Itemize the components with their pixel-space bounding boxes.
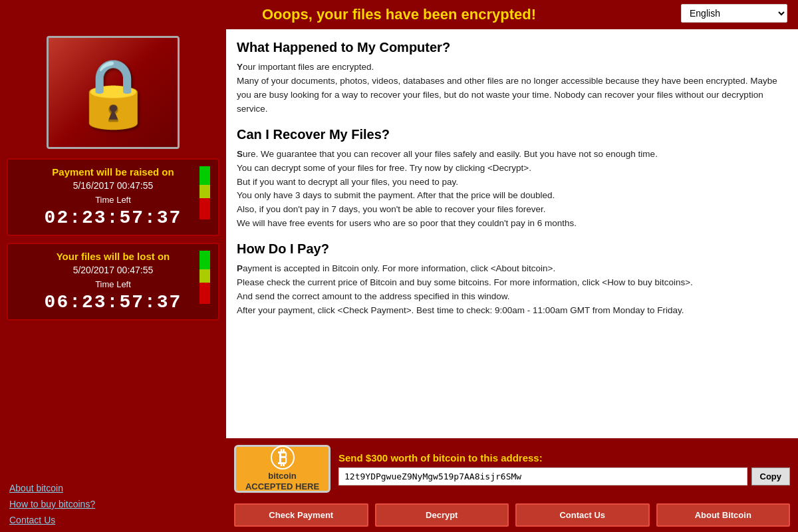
- timer1-label: Payment will be raised on: [52, 166, 174, 178]
- bitcoin-address-input[interactable]: [338, 467, 747, 485]
- timer1-bar: [200, 166, 210, 219]
- decrypt-button[interactable]: Decrypt: [375, 503, 509, 527]
- how-to-buy-link[interactable]: How to buy bitcoins?: [9, 499, 217, 509]
- section1-title: What Happened to My Computer?: [237, 40, 782, 55]
- bitcoin-logo-text: bitcoinACCEPTED HERE: [245, 471, 319, 491]
- bitcoin-send-label: Send $300 worth of bitcoin to this addre…: [338, 452, 790, 464]
- bitcoin-symbol-icon: ₿: [271, 446, 295, 469]
- main-container: 🔒 Payment will be raised on 5/16/2017 00…: [0, 29, 798, 532]
- section2-title: Can I Recover My Files?: [237, 127, 782, 142]
- bitcoin-row: ₿ bitcoinACCEPTED HERE Send $300 worth o…: [234, 445, 790, 493]
- copy-button[interactable]: Copy: [751, 467, 791, 485]
- section1-first-letter: Y: [237, 62, 243, 72]
- timer-files-lost: Your files will be lost on 5/20/2017 00:…: [7, 243, 219, 321]
- bottom-buttons: Check Payment Decrypt Contact Us About B…: [226, 499, 798, 532]
- section3-first-letter: P: [237, 263, 243, 273]
- contact-us-button[interactable]: Contact Us: [515, 503, 650, 527]
- timer2-label: Your files will be lost on: [57, 251, 170, 262]
- section3-body: Payment is accepted in Bitcoin only. For…: [237, 262, 782, 318]
- contact-us-link[interactable]: Contact Us: [9, 515, 217, 525]
- bitcoin-address-row: Copy: [338, 467, 790, 485]
- check-payment-button[interactable]: Check Payment: [234, 503, 368, 527]
- timer2-time-label: Time Left: [95, 279, 131, 289]
- scroll-area[interactable]: What Happened to My Computer? Your impor…: [226, 29, 798, 438]
- timer-payment-raised: Payment will be raised on 5/16/2017 00:4…: [7, 158, 219, 236]
- left-links: About bitcoin How to buy bitcoins? Conta…: [7, 477, 219, 525]
- lock-icon: 🔒: [72, 59, 155, 126]
- section2-body: Sure. We guarantee that you can recover …: [237, 148, 782, 231]
- section2-first-letter: S: [237, 149, 243, 159]
- about-bitcoin-link[interactable]: About bitcoin: [9, 483, 217, 493]
- language-select[interactable]: English: [681, 4, 787, 23]
- timer2-bar: [200, 251, 210, 304]
- bitcoin-logo: ₿ bitcoinACCEPTED HERE: [234, 445, 331, 493]
- header-title: Ooops, your files have been encrypted!: [11, 6, 787, 23]
- timer1-time-label: Time Left: [95, 195, 131, 205]
- bitcoin-area: ₿ bitcoinACCEPTED HERE Send $300 worth o…: [226, 438, 798, 499]
- bitcoin-payment-section: Send $300 worth of bitcoin to this addre…: [338, 452, 790, 485]
- right-panel: What Happened to My Computer? Your impor…: [226, 29, 798, 532]
- timer1-display: 02:23:57:37: [45, 207, 182, 228]
- timer2-date: 5/20/2017 00:47:55: [73, 265, 154, 275]
- timer1-date: 5/16/2017 00:47:55: [73, 180, 154, 191]
- left-panel: 🔒 Payment will be raised on 5/16/2017 00…: [0, 29, 226, 532]
- about-bitcoin-button[interactable]: About Bitcoin: [656, 503, 791, 527]
- section3-title: How Do I Pay?: [237, 241, 782, 257]
- lock-icon-container: 🔒: [47, 36, 180, 149]
- timer2-display: 06:23:57:37: [45, 292, 182, 313]
- section1-body: Your important files are encrypted. Many…: [237, 61, 782, 116]
- header: Ooops, your files have been encrypted! E…: [0, 0, 798, 29]
